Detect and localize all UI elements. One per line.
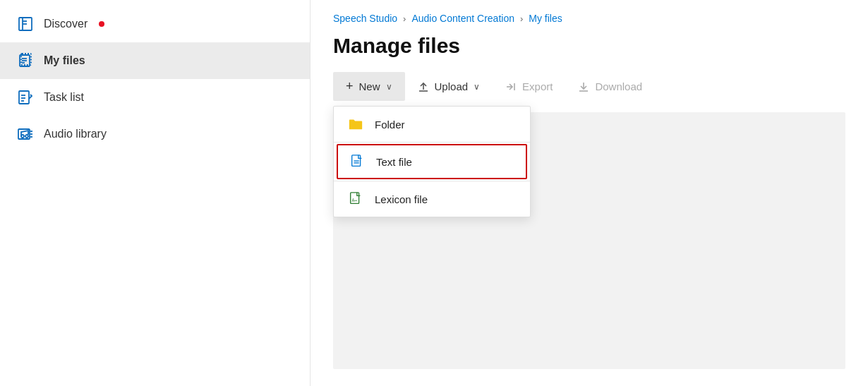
sidebar-item-discover-label: Discover [44,18,88,30]
task-list-icon [17,89,34,106]
toolbar: + New ∨ Upload ∨ Export [333,72,845,101]
sidebar-item-task-list-label: Task list [44,91,84,104]
audio-library-icon [17,126,34,143]
dropdown-text-file-label: Text file [376,156,412,168]
upload-chevron-icon: ∨ [474,82,480,92]
dropdown-divider-1 [334,142,530,143]
breadcrumb-audio-content-creation[interactable]: Audio Content Creation [411,13,514,24]
svg-point-15 [25,135,28,138]
download-icon [578,81,589,92]
dropdown-item-folder[interactable]: Folder [334,107,530,142]
breadcrumb-speech-studio[interactable]: Speech Studio [333,13,397,24]
breadcrumb-my-files[interactable]: My files [529,13,562,24]
dropdown-item-text-file[interactable]: Text file [337,144,527,179]
sidebar-item-my-files-label: My files [44,54,85,67]
plus-icon: + [346,79,354,94]
svg-rect-9 [19,91,29,104]
files-icon [17,52,34,69]
breadcrumb-sep-2: › [520,13,523,24]
breadcrumb: Speech Studio › Audio Content Creation ›… [333,13,845,24]
download-button-label: Download [595,80,642,92]
book-icon [17,16,34,32]
sidebar-item-audio-library-label: Audio library [44,128,107,140]
sidebar-item-discover[interactable]: Discover [0,6,310,42]
upload-button-label: Upload [435,80,469,92]
new-button[interactable]: + New ∨ [333,72,405,101]
new-chevron-icon: ∨ [386,82,392,92]
discover-notification-dot [99,21,104,27]
upload-button[interactable]: Upload ∨ [405,73,493,99]
new-dropdown-menu: Folder Text file A↔ [333,106,531,217]
export-icon [505,81,517,92]
svg-text:A↔: A↔ [352,198,358,203]
dropdown-lexicon-file-label: Lexicon file [375,193,428,205]
export-button[interactable]: Export [493,73,565,99]
sidebar-item-my-files[interactable]: My files [0,42,310,79]
folder-icon [348,116,363,132]
lexicon-file-icon: A↔ [348,191,363,207]
new-button-label: New [359,80,380,92]
page-title: Manage files [333,34,845,58]
sidebar-item-task-list[interactable]: Task list [0,79,310,116]
dropdown-folder-label: Folder [375,119,405,131]
sidebar: Discover My files Task list [0,0,311,386]
sidebar-item-audio-library[interactable]: Audio library [0,116,310,152]
main-content: Speech Studio › Audio Content Creation ›… [311,0,868,386]
dropdown-item-lexicon-file[interactable]: A↔ Lexicon file [334,181,530,217]
export-button-label: Export [522,80,553,92]
text-file-icon [349,154,365,169]
breadcrumb-sep-1: › [403,13,406,24]
download-button[interactable]: Download [565,73,655,99]
upload-icon [418,81,429,92]
